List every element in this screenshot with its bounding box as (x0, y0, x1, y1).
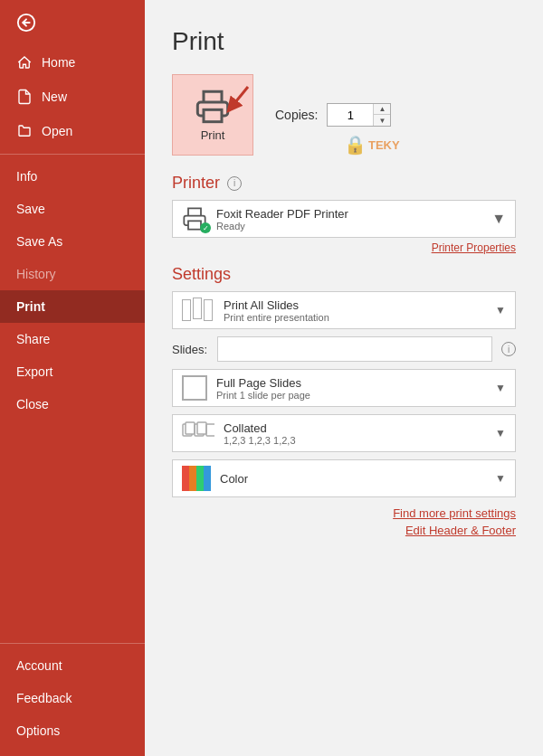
page-layout-dropdown[interactable]: Full Page Slides Print 1 slide per page … (172, 369, 516, 407)
printer-section-title: Printer (172, 174, 220, 193)
sidebar-item-close[interactable]: Close (0, 388, 145, 421)
slides-info-icon[interactable]: i (501, 342, 516, 356)
printer-info-icon[interactable]: i (227, 176, 242, 191)
color-chevron: ▼ (495, 472, 506, 485)
sidebar-item-new[interactable]: New (0, 80, 145, 114)
sidebar-item-save-as[interactable]: Save As (0, 225, 145, 258)
sidebar-item-home[interactable]: Home (0, 45, 145, 80)
print-range-main: Print All Slides (224, 298, 486, 312)
copies-spinners: ▲ ▼ (373, 104, 390, 126)
open-icon (16, 123, 33, 139)
page-layout-sub: Print 1 slide per page (216, 390, 486, 401)
main-content: Print Print (145, 0, 543, 756)
sidebar-item-save[interactable]: Save (0, 193, 145, 225)
sidebar-item-new-label: New (42, 90, 67, 104)
copies-label: Copies: (275, 108, 318, 122)
svg-rect-5 (188, 221, 201, 229)
svg-line-4 (232, 87, 248, 107)
print-button-label: Print (201, 128, 225, 142)
sidebar-item-feedback[interactable]: Feedback (0, 682, 145, 714)
print-range-text: Print All Slides Print entire presentati… (224, 298, 486, 323)
sidebar-item-share[interactable]: Share (0, 323, 145, 355)
sidebar-item-options[interactable]: Options (0, 714, 145, 747)
print-all-icon (182, 298, 214, 323)
page-layout-chevron: ▼ (495, 382, 506, 394)
print-action-area: Print Copies: ▲ ▼ (172, 74, 516, 156)
print-range-sub: Print entire presentation (224, 312, 486, 323)
printer-dropdown[interactable]: ✓ Foxit Reader PDF Printer Ready ▼ (172, 200, 516, 238)
copies-area: Copies: ▲ ▼ (275, 103, 391, 127)
slides-row: Slides: i (172, 336, 516, 362)
printer-name: Foxit Reader PDF Printer (216, 207, 348, 221)
printer-properties-link[interactable]: Printer Properties (172, 241, 516, 254)
color-text: Color (220, 472, 486, 486)
settings-section-title: Settings (172, 265, 231, 284)
copies-field: ▲ ▼ (327, 103, 391, 127)
printer-section-header: Printer i (172, 174, 516, 193)
edit-header-footer-link[interactable]: Edit Header & Footer (172, 524, 516, 537)
printer-status: Ready (216, 221, 348, 232)
slides-label: Slides: (172, 343, 208, 356)
sidebar-item-export[interactable]: Export (0, 355, 145, 388)
color-main: Color (220, 472, 486, 486)
color-icon (182, 466, 211, 491)
new-icon (16, 89, 33, 105)
printer-ready-check: ✓ (200, 222, 211, 233)
copies-decrement[interactable]: ▼ (374, 115, 390, 126)
settings-section-header: Settings (172, 265, 516, 284)
collation-main: Collated (224, 421, 486, 435)
color-dropdown[interactable]: Color ▼ (172, 459, 516, 497)
page-title: Print (172, 27, 516, 56)
svg-rect-9 (197, 422, 206, 434)
collation-sub: 1,2,3 1,2,3 1,2,3 (224, 435, 486, 446)
printer-info: Foxit Reader PDF Printer Ready (216, 207, 348, 232)
sidebar-bottom: Account Feedback Options (0, 643, 145, 747)
collation-dropdown[interactable]: Collated 1,2,3 1,2,3 1,2,3 ▼ (172, 414, 516, 452)
collation-text: Collated 1,2,3 1,2,3 1,2,3 (224, 421, 486, 446)
home-icon (16, 54, 33, 71)
back-icon (16, 13, 36, 33)
find-more-print-settings-link[interactable]: Find more print settings (172, 506, 516, 520)
red-arrow (219, 81, 253, 119)
sidebar-item-home-label: Home (42, 55, 75, 70)
footer-links: Find more print settings Edit Header & F… (172, 506, 516, 537)
sidebar-item-open[interactable]: Open (0, 114, 145, 148)
sidebar-item-account[interactable]: Account (0, 649, 145, 682)
copies-increment[interactable]: ▲ (374, 104, 390, 115)
printer-dropdown-chevron: ▼ (491, 211, 506, 227)
sidebar-item-open-label: Open (42, 124, 72, 138)
sidebar-item-info[interactable]: Info (0, 160, 145, 193)
collated-icon (182, 421, 214, 446)
sidebar-item-history[interactable]: History (0, 258, 145, 290)
print-range-dropdown[interactable]: Print All Slides Print entire presentati… (172, 291, 516, 329)
svg-rect-7 (186, 422, 195, 434)
slides-input[interactable] (217, 336, 492, 362)
printer-icon-wrap: ✓ (182, 206, 207, 232)
print-range-chevron: ▼ (495, 304, 506, 317)
back-button[interactable] (0, 0, 145, 45)
sidebar-item-print[interactable]: Print (0, 290, 145, 323)
collation-chevron: ▼ (495, 427, 506, 439)
full-page-icon (182, 375, 207, 401)
svg-rect-10 (206, 424, 214, 436)
sidebar: Home New Open Info Save Save As History … (0, 0, 145, 756)
page-layout-main: Full Page Slides (216, 376, 486, 390)
copies-input[interactable] (328, 104, 373, 126)
print-button-wrapper: Print (172, 74, 253, 156)
sidebar-divider-1 (0, 154, 145, 155)
sidebar-spacer (0, 421, 145, 643)
page-layout-text: Full Page Slides Print 1 slide per page (216, 376, 486, 401)
